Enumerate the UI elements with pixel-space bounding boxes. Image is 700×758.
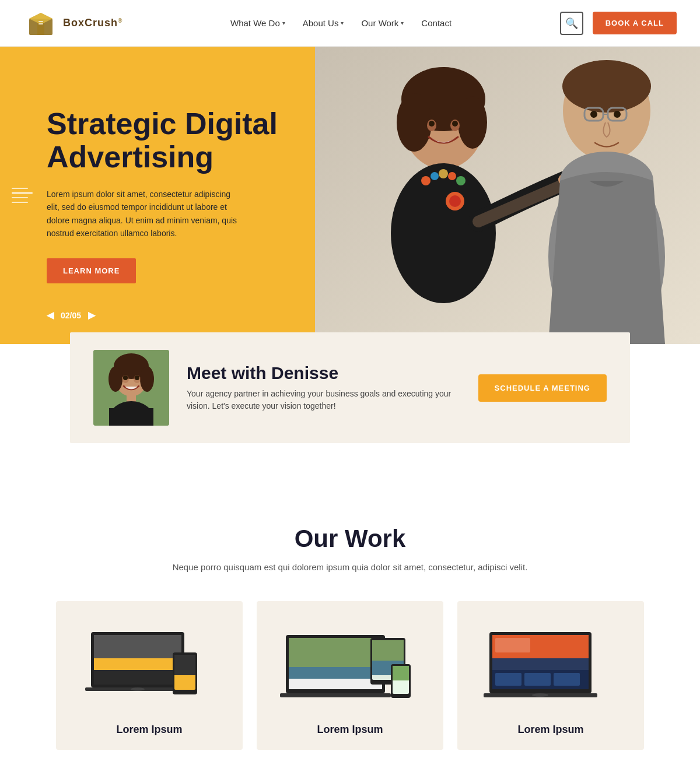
our-work-title: Our Work <box>35 525 665 553</box>
slide-line-3 <box>12 197 28 198</box>
hero-image <box>315 47 700 344</box>
svg-point-84 <box>532 693 548 697</box>
svg-point-33 <box>614 111 621 118</box>
svg-point-24 <box>449 195 461 207</box>
svg-point-10 <box>397 93 432 152</box>
svg-point-20 <box>439 169 448 178</box>
work-card-image-1 <box>74 619 225 712</box>
book-call-button[interactable]: BOOK A CALL <box>593 12 677 34</box>
search-button[interactable]: 🔍 <box>560 12 583 35</box>
slide-line-2 <box>12 192 33 194</box>
device-mockup-3 <box>481 620 621 711</box>
chevron-down-icon: ▾ <box>401 20 404 26</box>
svg-point-18 <box>421 176 430 185</box>
header-actions: 🔍 BOOK A CALL <box>560 12 677 35</box>
svg-point-15 <box>452 121 458 127</box>
meet-photo <box>93 350 169 426</box>
header: BoxCrush® What We Do ▾ About Us ▾ Our Wo… <box>0 0 700 47</box>
svg-rect-59 <box>174 655 195 675</box>
svg-rect-80 <box>495 673 522 686</box>
svg-point-19 <box>430 172 439 180</box>
slide-counter: 02/05 <box>61 311 81 320</box>
device-mockup-2 <box>280 620 420 711</box>
svg-point-32 <box>590 111 597 118</box>
prev-slide-button[interactable]: ◀ <box>47 310 54 321</box>
work-card-title-2: Lorem Ipsum <box>317 724 383 736</box>
svg-rect-63 <box>289 638 382 667</box>
work-card-1[interactable]: Lorem Ipsum <box>56 601 243 750</box>
chevron-down-icon: ▾ <box>282 20 285 26</box>
slide-line-1 <box>12 188 28 189</box>
svg-rect-64 <box>289 667 382 679</box>
schedule-meeting-button[interactable]: SCHEDULE A MEETING <box>478 374 607 402</box>
logo-sup: ® <box>118 17 122 24</box>
search-icon: 🔍 <box>565 17 578 30</box>
svg-rect-52 <box>94 635 181 658</box>
work-card-3[interactable]: Lorem Ipsum <box>457 601 644 750</box>
meet-title: Meet with Denisse <box>187 363 461 383</box>
svg-rect-53 <box>94 658 181 670</box>
svg-rect-48 <box>109 408 153 426</box>
hero-photo-svg <box>315 47 700 344</box>
svg-rect-77 <box>492 658 589 670</box>
denisse-photo-svg <box>93 350 169 426</box>
nav-item-what-we-do[interactable]: What We Do ▾ <box>230 18 285 28</box>
our-work-subtitle: Neque porro quisquam est qui dolorem ips… <box>35 562 665 572</box>
main-nav: What We Do ▾ About Us ▾ Our Work ▾ Conta… <box>230 18 452 28</box>
chevron-down-icon: ▾ <box>341 20 344 26</box>
slide-line-4 <box>12 202 28 203</box>
logo-icon <box>23 6 58 41</box>
meet-info: Meet with Denisse Your agency partner in… <box>187 363 461 412</box>
svg-point-44 <box>123 376 128 380</box>
hero-section: Strategic Digital Advertising Lorem ipsu… <box>0 47 700 344</box>
nav-item-our-work[interactable]: Our Work ▾ <box>361 18 404 28</box>
svg-point-28 <box>562 60 651 113</box>
svg-point-21 <box>448 172 456 180</box>
logo-text: BoxCrush <box>63 17 118 29</box>
device-mockup-1 <box>79 620 219 711</box>
svg-point-17 <box>391 163 496 303</box>
our-work-section: Our Work Neque porro quisquam est qui do… <box>0 478 700 758</box>
nav-item-contact[interactable]: Contact <box>421 18 452 28</box>
svg-rect-73 <box>393 666 409 680</box>
svg-rect-69 <box>372 640 404 661</box>
svg-rect-65 <box>289 679 382 689</box>
svg-rect-4 <box>38 21 43 22</box>
svg-point-11 <box>458 96 487 149</box>
svg-point-45 <box>135 376 139 380</box>
svg-rect-5 <box>38 23 43 24</box>
svg-rect-54 <box>94 670 181 685</box>
learn-more-button[interactable]: LEARN MORE <box>47 258 136 283</box>
work-card-title-3: Lorem Ipsum <box>517 724 583 736</box>
svg-rect-66 <box>280 693 391 697</box>
svg-point-40 <box>108 366 123 392</box>
nav-item-about-us[interactable]: About Us ▾ <box>303 18 344 28</box>
svg-point-41 <box>140 366 154 392</box>
meet-description: Your agency partner in achieving your bu… <box>187 388 461 412</box>
meet-section: Meet with Denisse Your agency partner in… <box>70 332 630 443</box>
work-card-title-1: Lorem Ipsum <box>116 724 182 736</box>
svg-rect-82 <box>554 673 580 686</box>
logo[interactable]: BoxCrush® <box>23 6 122 41</box>
hero-title: Strategic Digital Advertising <box>47 107 280 174</box>
slide-indicator <box>12 188 33 203</box>
svg-point-56 <box>131 687 145 691</box>
work-card-2[interactable]: Lorem Ipsum <box>257 601 443 750</box>
hero-content: Strategic Digital Advertising Lorem ipsu… <box>0 47 315 344</box>
hero-description: Lorem ipsum dolor sit amet, consectetur … <box>47 188 245 240</box>
next-slide-button[interactable]: ▶ <box>88 310 95 321</box>
work-card-image-2 <box>274 619 426 712</box>
svg-rect-81 <box>524 673 551 686</box>
hero-navigation: ◀ 02/05 ▶ <box>47 310 95 321</box>
svg-rect-60 <box>174 675 195 686</box>
work-cards-container: Lorem Ipsum <box>35 601 665 750</box>
svg-point-22 <box>456 176 466 185</box>
svg-rect-79 <box>495 638 530 652</box>
svg-point-14 <box>429 121 435 127</box>
hero-photo <box>315 47 700 344</box>
work-card-image-3 <box>475 619 626 712</box>
